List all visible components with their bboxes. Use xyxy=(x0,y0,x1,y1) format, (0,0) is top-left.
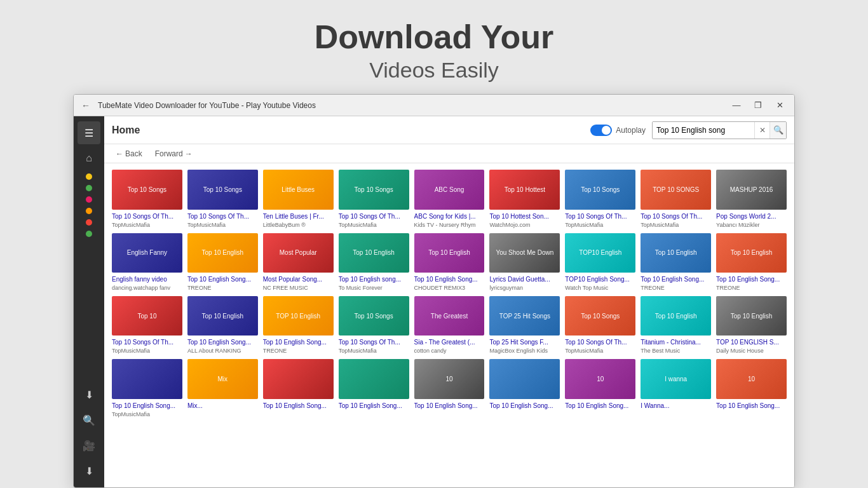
video-channel: lyricsguyman xyxy=(489,285,560,291)
video-card[interactable]: Top 10 English Song... xyxy=(489,359,560,417)
autoplay-switch[interactable] xyxy=(590,125,612,136)
main-content: Home Autoplay ✕ 🔍 ← Back Forward → Top 1… xyxy=(104,116,794,487)
video-title: Top 10 English Song... xyxy=(112,402,182,410)
video-card[interactable]: Top 10 English Song... xyxy=(339,359,409,417)
search-input[interactable] xyxy=(653,122,754,139)
window-title: TubeMate Video Downloader for YouTube - … xyxy=(93,101,727,110)
sidebar: ☰ ⌂ ⬇ 🔍 🎥 ⬇ xyxy=(74,116,104,487)
video-title: Top 10 English Song... xyxy=(641,275,711,283)
video-channel: NC FREE MUSIC xyxy=(263,285,334,291)
video-title: Top 10 Songs Of Th... xyxy=(112,212,182,220)
video-card[interactable]: Top 10 EnglishTop 10 English Song...TREO… xyxy=(716,233,787,291)
navbar: ← Back Forward → xyxy=(104,144,794,163)
video-channel: TopMusicMafia xyxy=(339,348,409,354)
video-channel: ALL About RANKING xyxy=(187,348,258,354)
video-card[interactable]: English FannyEnglish fanny videodancing.… xyxy=(112,233,182,291)
video-card[interactable]: Top 10 SongsTop 10 Songs Of Th...TopMusi… xyxy=(112,170,182,227)
video-channel: The Best Music xyxy=(641,348,711,354)
sidebar-download2-icon[interactable]: ⬇ xyxy=(78,459,100,482)
video-card[interactable]: Top 10 EnglishTop 10 English song...To M… xyxy=(339,233,409,291)
autoplay-toggle[interactable]: Autoplay xyxy=(590,125,646,136)
video-card[interactable]: MixMix... xyxy=(187,359,258,417)
video-card[interactable]: Top 10 SongsTop 10 Songs Of Th...TopMusi… xyxy=(187,170,258,227)
home-label: Home xyxy=(112,125,584,136)
sidebar-home-icon[interactable]: ⌂ xyxy=(78,147,100,170)
video-title: Top 10 Songs Of Th... xyxy=(339,212,409,220)
video-title: Top 10 English Song... xyxy=(716,275,787,283)
video-title: Most Popular Song... xyxy=(263,275,334,283)
video-card[interactable]: Top 10 EnglishTop 10 English Song...CHOU… xyxy=(414,233,485,291)
video-channel: WatchMojo.com xyxy=(489,222,560,228)
sidebar-dot-6 xyxy=(86,231,92,237)
window-controls: — ❐ ✕ xyxy=(727,98,789,112)
video-channel: TREONE xyxy=(641,285,711,291)
video-title: Top 10 Songs Of Th... xyxy=(187,212,258,220)
video-card[interactable]: Top 10 HottestTop 10 Hottest Son...Watch… xyxy=(489,170,560,227)
video-title: Top 10 English song... xyxy=(339,275,409,283)
hero-title: Download Your xyxy=(315,19,554,55)
video-card[interactable]: 10Top 10 English Song... xyxy=(565,359,635,417)
video-card[interactable]: MASHUP 2016Pop Songs World 2...Yabancı M… xyxy=(716,170,787,227)
video-title: Top 10 English Song... xyxy=(339,402,409,410)
search-submit-button[interactable]: 🔍 xyxy=(770,122,786,139)
video-card[interactable]: Top 10Top 10 Songs Of Th...TopMusicMafia xyxy=(112,296,182,354)
video-card[interactable]: You Shoot Me DownLyrics David Guetta...l… xyxy=(489,233,560,291)
video-card[interactable]: Top 10 SongsTop 10 Songs Of Th...TopMusi… xyxy=(565,170,635,227)
video-card[interactable]: TOP 10 EnglishTop 10 English Song...TREO… xyxy=(263,296,334,354)
video-channel: TopMusicMafia xyxy=(565,222,635,228)
video-card[interactable]: Top 10 SongsTop 10 Songs Of Th...TopMusi… xyxy=(565,296,635,354)
video-title: Sia - The Greatest (... xyxy=(414,338,485,346)
video-card[interactable]: Top 10 EnglishTitanium - Christina...The… xyxy=(641,296,711,354)
video-channel: TREONE xyxy=(263,348,334,354)
video-card[interactable]: Top 10 EnglishTOP 10 ENGLISH S...Daily M… xyxy=(716,296,787,354)
minimize-button[interactable]: — xyxy=(727,98,746,112)
search-box: ✕ 🔍 xyxy=(652,121,787,139)
video-card[interactable]: Top 10 EnglishTop 10 English Song...TREO… xyxy=(641,233,711,291)
back-nav-button[interactable]: ← xyxy=(79,98,93,112)
maximize-button[interactable]: ❐ xyxy=(749,98,768,112)
video-card[interactable]: ABC SongABC Song for Kids |...Kids TV - … xyxy=(414,170,485,227)
close-button[interactable]: ✕ xyxy=(770,98,789,112)
app-body: ☰ ⌂ ⬇ 🔍 🎥 ⬇ Home Autoplay xyxy=(74,116,794,487)
video-title: Top 10 Songs Of Th... xyxy=(565,212,635,220)
video-title: Top 10 English Song... xyxy=(716,402,787,410)
video-channel: Daily Music House xyxy=(716,348,787,354)
hero-section: Download Your Videos Easily xyxy=(315,0,554,94)
video-card[interactable]: I wannaI Wanna... xyxy=(641,359,711,417)
video-card[interactable]: Top 10 SongsTop 10 Songs Of Th...TopMusi… xyxy=(339,170,409,227)
video-card[interactable]: TOP 10 SONGSTop 10 Songs Of Th...TopMusi… xyxy=(641,170,711,227)
sidebar-dot-4 xyxy=(86,208,92,214)
video-title: Top 10 Songs Of Th... xyxy=(112,338,182,346)
search-clear-button[interactable]: ✕ xyxy=(754,122,770,139)
video-channel: TopMusicMafia xyxy=(112,411,182,417)
video-card[interactable]: TOP 25 Hit SongsTop 25 Hit Songs F...Mag… xyxy=(489,296,560,354)
video-card[interactable]: 10Top 10 English Song... xyxy=(414,359,485,417)
video-title: TOP 10 ENGLISH S... xyxy=(716,338,787,346)
video-title: Lyrics David Guetta... xyxy=(489,275,560,283)
video-title: Top 10 English Song... xyxy=(489,402,560,410)
video-card[interactable]: The GreatestSia - The Greatest (...cotto… xyxy=(414,296,485,354)
back-button[interactable]: ← Back xyxy=(112,148,146,159)
hero-subtitle: Videos Easily xyxy=(315,58,554,83)
video-card[interactable]: Top 10 EnglishTop 10 English Song...ALL … xyxy=(187,296,258,354)
video-channel: Kids TV - Nursery Rhym xyxy=(414,222,485,228)
video-title: English fanny video xyxy=(112,275,182,283)
video-channel: cotton candy xyxy=(414,348,485,354)
video-title: Pop Songs World 2... xyxy=(716,212,787,220)
titlebar: ← TubeMate Video Downloader for YouTube … xyxy=(74,95,794,116)
sidebar-search-icon[interactable]: 🔍 xyxy=(78,409,100,431)
video-card[interactable]: TOP10 EnglishTOP10 English Song...Watch … xyxy=(565,233,635,291)
video-card[interactable]: Most PopularMost Popular Song...NC FREE … xyxy=(263,233,334,291)
video-card[interactable]: Top 10 EnglishTop 10 English Song...TREO… xyxy=(187,233,258,291)
video-card[interactable]: 10Top 10 English Song... xyxy=(716,359,787,417)
video-title: Top 10 Songs Of Th... xyxy=(565,338,635,346)
video-card[interactable]: Little BusesTen Little Buses | Fr...Litt… xyxy=(263,170,334,227)
video-channel: LittleBabyBum ® xyxy=(263,222,334,228)
forward-button[interactable]: Forward → xyxy=(151,148,196,159)
sidebar-camera-icon[interactable]: 🎥 xyxy=(78,434,100,457)
sidebar-menu-icon[interactable]: ☰ xyxy=(78,121,100,144)
video-card[interactable]: Top 10 English Song... xyxy=(263,359,334,417)
video-card[interactable]: Top 10 SongsTop 10 Songs Of Th...TopMusi… xyxy=(339,296,409,354)
video-card[interactable]: Top 10 English Song...TopMusicMafia xyxy=(112,359,182,417)
sidebar-download-icon[interactable]: ⬇ xyxy=(78,383,100,406)
